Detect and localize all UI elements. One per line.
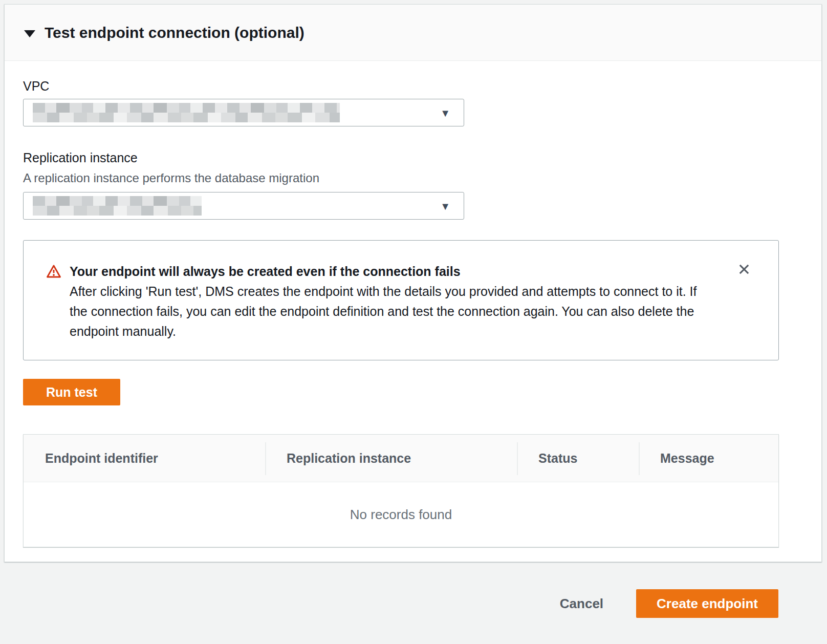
column-header-message[interactable]: Message — [639, 451, 778, 466]
dismiss-warning-button[interactable] — [735, 261, 753, 278]
vpc-field: VPC ▼ — [23, 78, 803, 126]
collapse-triangle-icon — [24, 30, 35, 37]
column-header-status[interactable]: Status — [517, 451, 639, 466]
panel-header[interactable]: Test endpoint connection (optional) — [5, 5, 821, 61]
create-endpoint-button[interactable]: Create endpoint — [636, 589, 778, 618]
warning-title: Your endpoint will always be created eve… — [70, 262, 717, 281]
replication-instance-field: Replication instance A replication insta… — [23, 150, 803, 220]
column-header-replication-instance[interactable]: Replication instance — [265, 451, 517, 466]
replication-instance-description: A replication instance performs the data… — [23, 170, 803, 186]
footer-action-bar: Cancel Create endpoint — [0, 563, 827, 644]
panel-body: VPC ▼ Replication instance A replication… — [5, 61, 821, 547]
vpc-select[interactable]: ▼ — [23, 99, 464, 126]
redacted-value — [33, 103, 340, 122]
empty-state-text: No records found — [24, 482, 778, 547]
chevron-down-icon: ▼ — [440, 200, 450, 213]
warning-body: After clicking 'Run test', DMS creates t… — [70, 282, 717, 341]
connection-results-table: Endpoint identifier Replication instance… — [23, 434, 779, 547]
panel-title: Test endpoint connection (optional) — [45, 24, 304, 41]
replication-instance-select[interactable]: ▼ — [23, 192, 464, 220]
vpc-label: VPC — [23, 78, 803, 94]
close-icon — [737, 262, 751, 276]
replication-instance-label: Replication instance — [23, 150, 803, 165]
table-header-row: Endpoint identifier Replication instance… — [24, 435, 778, 482]
warning-alert: Your endpoint will always be created eve… — [23, 240, 779, 360]
test-endpoint-connection-panel: Test endpoint connection (optional) VPC … — [4, 4, 822, 562]
column-header-endpoint-identifier[interactable]: Endpoint identifier — [24, 451, 265, 466]
chevron-down-icon: ▼ — [440, 106, 450, 120]
cancel-button[interactable]: Cancel — [560, 596, 603, 612]
redacted-value — [33, 196, 202, 216]
warning-triangle-icon — [46, 264, 61, 279]
run-test-button[interactable]: Run test — [23, 379, 120, 405]
